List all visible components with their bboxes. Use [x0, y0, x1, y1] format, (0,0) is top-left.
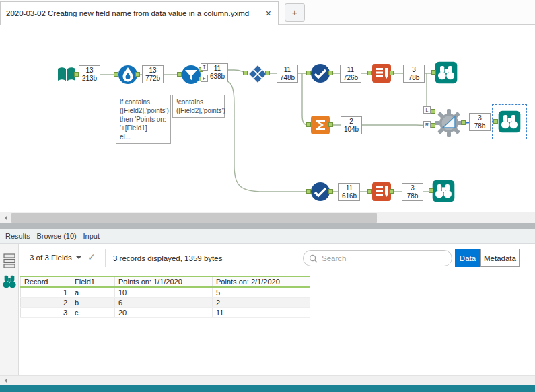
browse-view-button[interactable]: [2, 274, 17, 291]
filter-annotation: !contains ([Field2],'points'): [172, 95, 225, 118]
fields-dropdown[interactable]: 3 of 3 Fields: [30, 253, 81, 262]
record-count-badge: 378b: [403, 65, 425, 83]
input-anchor[interactable]: [306, 122, 311, 127]
metadata-tab-button[interactable]: Metadata: [480, 249, 520, 267]
output-anchor[interactable]: [135, 72, 140, 77]
right-input-anchor[interactable]: [431, 123, 435, 128]
record-count-badge: 13213b: [79, 65, 100, 83]
record-count-badge: 11726b: [340, 65, 361, 83]
binoculars-icon: [2, 274, 17, 290]
data-cell[interactable]: 2: [213, 298, 310, 308]
stacked-rows-icon: [2, 252, 17, 270]
toolbar-divider: [105, 249, 106, 267]
output-anchor[interactable]: [265, 71, 270, 75]
input-anchor[interactable]: [367, 189, 372, 194]
data-cell[interactable]: 6: [115, 298, 213, 308]
record-cell[interactable]: 3: [21, 308, 71, 318]
records-view-button[interactable]: [2, 252, 17, 270]
formula-annotation: if contains ([Field2],'points') then 'Po…: [116, 95, 171, 144]
record-count-badge: 11638b: [207, 63, 228, 81]
table-row: 1 a 10 5: [21, 287, 310, 298]
input-anchor[interactable]: [114, 72, 118, 77]
column-header[interactable]: Field1: [71, 276, 115, 287]
column-header[interactable]: Record: [21, 276, 71, 287]
bottom-status-bar: [0, 385, 535, 392]
append-fields-gear-icon: [434, 108, 464, 138]
table-row: 2 b 6 2: [21, 298, 310, 308]
results-left-toolbar: [0, 244, 19, 375]
search-icon: [309, 254, 318, 263]
record-cell[interactable]: 1: [21, 287, 71, 298]
record-count-badge: 378b: [402, 183, 423, 201]
results-panel-body: 3 of 3 Fields ✓ 3 records displayed, 135…: [0, 244, 535, 375]
canvas-hscrollbar[interactable]: [0, 212, 535, 223]
right-anchor-label: R: [423, 121, 431, 128]
search-input[interactable]: [322, 254, 446, 262]
data-cell[interactable]: 5: [213, 287, 310, 298]
results-table-header-row: Record Field1 Points on: 1/1/2020 Points…: [21, 276, 310, 287]
record-count-badge: 13772b: [142, 65, 164, 83]
data-cell[interactable]: 11: [213, 308, 310, 318]
panel-splitter[interactable]: [0, 223, 535, 229]
false-anchor-label: F: [201, 75, 208, 82]
scroll-left-arrow[interactable]: [0, 212, 11, 223]
data-cell[interactable]: b: [71, 298, 115, 308]
input-anchor[interactable]: [367, 71, 372, 75]
records-summary-label: 3 records displayed, 1359 bytes: [113, 254, 222, 262]
canvas-hscrollbar-thumb[interactable]: [11, 213, 377, 223]
scroll-left-arrow[interactable]: [0, 376, 11, 385]
left-input-anchor[interactable]: [431, 109, 435, 114]
input-anchor[interactable]: [177, 72, 182, 77]
results-table: Record Field1 Points on: 1/1/2020 Points…: [20, 276, 310, 318]
data-tab-button[interactable]: Data: [455, 249, 480, 267]
column-header[interactable]: Points on: 1/1/2020: [115, 276, 213, 287]
fields-summary-label: 3 of 3 Fields: [30, 253, 72, 262]
input-anchor[interactable]: [243, 71, 248, 75]
browse-tool-3[interactable]: [431, 179, 456, 203]
input-anchor[interactable]: [429, 188, 433, 193]
output-anchor[interactable]: [74, 72, 79, 77]
output-anchor[interactable]: [328, 71, 333, 75]
input-anchor[interactable]: [493, 119, 498, 124]
record-count-badge: 11748b: [277, 65, 298, 83]
record-cell[interactable]: 2: [21, 298, 71, 308]
table-row: 3 c 20 11: [21, 308, 310, 318]
browse-binoculars-icon: [431, 179, 456, 203]
input-anchor[interactable]: [431, 70, 436, 75]
output-anchor[interactable]: [328, 189, 333, 194]
document-tab-bar: 2020-03-02 Creating new field name from …: [0, 0, 535, 25]
chevron-down-icon: [76, 256, 81, 262]
true-anchor-label: T: [201, 63, 208, 71]
results-panel-header: Results - Browse (10) - Input: [0, 229, 535, 244]
input-anchor[interactable]: [306, 71, 311, 75]
left-anchor-label: L: [423, 106, 431, 114]
search-box[interactable]: [303, 250, 452, 266]
results-panel-title: Results - Browse (10) - Input: [5, 232, 100, 240]
workflow-canvas[interactable]: T F L R 13213b 13772b 11638b 11748b 1172…: [0, 25, 535, 212]
apply-check-icon[interactable]: ✓: [87, 251, 96, 262]
append-fields-tool[interactable]: [434, 108, 464, 138]
output-anchor[interactable]: [328, 122, 333, 127]
output-anchor[interactable]: [389, 71, 394, 75]
output-anchor[interactable]: [461, 120, 466, 125]
column-header[interactable]: Points on: 2/1/2020: [213, 276, 310, 287]
browse-tool-1[interactable]: [434, 61, 458, 85]
output-anchor[interactable]: [389, 189, 394, 194]
results-hscrollbar[interactable]: [0, 375, 535, 385]
workflow-tab[interactable]: 2020-03-02 Creating new field name from …: [0, 1, 279, 25]
browse-binoculars-icon: [434, 61, 458, 85]
record-count-badge: 11616b: [338, 183, 360, 201]
close-tab-icon[interactable]: ×: [264, 9, 273, 18]
record-count-badge: 378b: [469, 113, 491, 131]
input-anchor[interactable]: [306, 189, 311, 194]
data-cell[interactable]: a: [71, 287, 115, 298]
record-count-badge: 2104b: [341, 116, 362, 134]
new-tab-button[interactable]: +: [285, 3, 305, 22]
data-cell[interactable]: 20: [115, 308, 213, 318]
data-cell[interactable]: 10: [115, 287, 213, 298]
data-cell[interactable]: c: [71, 308, 115, 318]
workflow-tab-title: 2020-03-02 Creating new field name from …: [6, 9, 260, 17]
